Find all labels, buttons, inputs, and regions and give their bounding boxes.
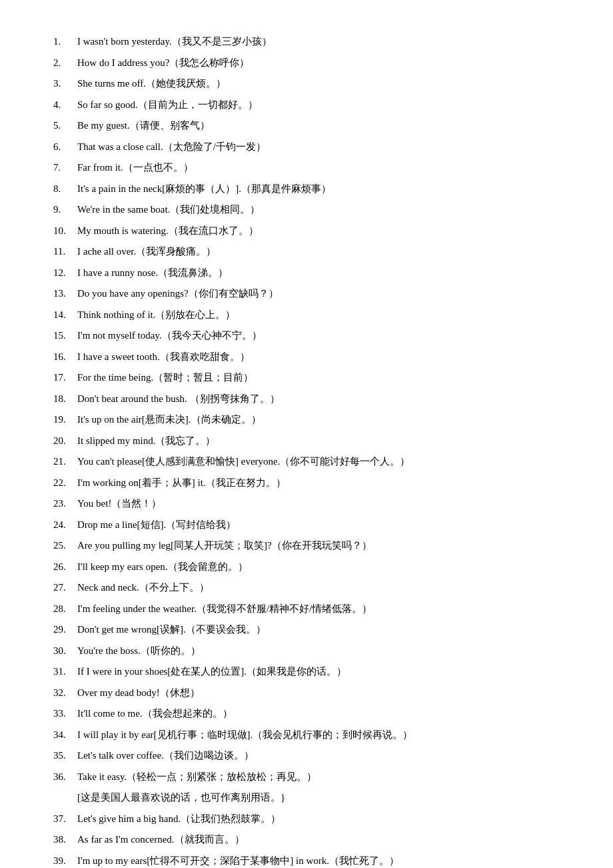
item-number: 25. bbox=[53, 537, 77, 555]
content-container: 1.I wasn't born yesterday.（我又不是三岁小孩）2.Ho… bbox=[53, 33, 573, 868]
item-text: Drop me a line[短信].（写封信给我） bbox=[77, 517, 236, 534]
item-number: 37. bbox=[53, 811, 77, 828]
item-text: I wasn't born yesterday.（我又不是三岁小孩） bbox=[77, 33, 272, 51]
item-number: 15. bbox=[53, 327, 77, 345]
item-text: I have a sweet tooth.（我喜欢吃甜食。） bbox=[77, 349, 250, 366]
item-number: 7. bbox=[53, 159, 77, 177]
list-item: 11.I ache all over.（我浑身酸痛。） bbox=[53, 243, 573, 261]
item-number: 29. bbox=[53, 621, 77, 639]
item-text: You can't please[使人感到满意和愉快] everyone.（你不… bbox=[77, 453, 410, 471]
item-text: I have a runny nose.（我流鼻涕。） bbox=[77, 265, 228, 282]
item-number: 26. bbox=[53, 559, 77, 576]
item-number: 27. bbox=[53, 579, 77, 597]
list-item: 8.It's a pain in the neck[麻烦的事（人）].（那真是件… bbox=[53, 181, 573, 198]
item-text: Be my guest.（请便、别客气） bbox=[77, 117, 210, 135]
item-text: You're the boss.（听你的。） bbox=[77, 643, 201, 660]
item-text: I will play it by ear[见机行事；临时现做].（我会见机行事… bbox=[77, 727, 412, 744]
item-number: 35. bbox=[53, 747, 77, 765]
list-item: 28.I'm feeling under the weather.（我觉得不舒服… bbox=[53, 601, 573, 618]
list-item: 34.I will play it by ear[见机行事；临时现做].（我会见… bbox=[53, 727, 573, 744]
item-number: 2. bbox=[53, 55, 77, 72]
item-number: 33. bbox=[53, 705, 77, 723]
item-number: 4. bbox=[53, 97, 77, 114]
item-text: I'll keep my ears open.（我会留意的。） bbox=[77, 559, 248, 576]
list-item: 19.It's up on the air[悬而未决].（尚未确定。） bbox=[53, 411, 573, 429]
list-item: 10.My mouth is watering.（我在流口水了。） bbox=[53, 223, 573, 240]
list-item: 12.I have a runny nose.（我流鼻涕。） bbox=[53, 265, 573, 282]
list-item: 1.I wasn't born yesterday.（我又不是三岁小孩） bbox=[53, 33, 573, 51]
item-text: Take it easy.（轻松一点；别紧张；放松放松；再见。） bbox=[77, 769, 316, 786]
item-number: 38. bbox=[53, 831, 77, 849]
item-number: 28. bbox=[53, 601, 77, 618]
item-number: 11. bbox=[53, 243, 77, 261]
list-item: 30.You're the boss.（听你的。） bbox=[53, 643, 573, 660]
item-number: 3. bbox=[53, 75, 77, 93]
item-number: 8. bbox=[53, 181, 77, 198]
list-item: 31.If I were in your shoes[处在某人的位置].（如果我… bbox=[53, 663, 573, 681]
list-item: 22.I'm working on[着手；从事] it.（我正在努力。） bbox=[53, 475, 573, 492]
item-text: If I were in your shoes[处在某人的位置].（如果我是你的… bbox=[77, 663, 346, 681]
item-text: It slipped my mind.（我忘了。） bbox=[77, 433, 216, 450]
item-text: I ache all over.（我浑身酸痛。） bbox=[77, 243, 216, 261]
item-number: 9. bbox=[53, 201, 77, 219]
item-text: Let's talk over coffee.（我们边喝边谈。） bbox=[77, 747, 254, 765]
item-text: Don't beat around the bush. （别拐弯抹角了。） bbox=[77, 391, 280, 408]
list-item: 33.It'll come to me.（我会想起来的。） bbox=[53, 705, 573, 723]
list-item: 15.I'm not myself today.（我今天心神不宁。） bbox=[53, 327, 573, 345]
item-text: Over my dead body!（休想） bbox=[77, 685, 200, 702]
list-item: 4.So far so good.（目前为止，一切都好。） bbox=[53, 97, 573, 114]
item-text: That was a close call.（太危险了/千钧一发） bbox=[77, 139, 266, 156]
item-number: 13. bbox=[53, 285, 77, 303]
item-number: 20. bbox=[53, 433, 77, 450]
item-number: 19. bbox=[53, 411, 77, 429]
list-item: 17.For the time being.（暂时；暂且；目前） bbox=[53, 369, 573, 387]
item-number: 21. bbox=[53, 453, 77, 471]
list-item: 5.Be my guest.（请便、别客气） bbox=[53, 117, 573, 135]
list-item: 37.Let's give him a big hand.（让我们热烈鼓掌。） bbox=[53, 811, 573, 828]
list-item: 25.Are you pulling my leg[同某人开玩笑；取笑]?（你在… bbox=[53, 537, 573, 555]
list-item: 39.I'm up to my ears[忙得不可开交；深陷于某事物中] in … bbox=[53, 853, 573, 869]
item-text: She turns me off.（她使我厌烦。） bbox=[77, 75, 226, 93]
item-text: How do I address you?（我怎么称呼你） bbox=[77, 55, 249, 72]
item-text: Are you pulling my leg[同某人开玩笑；取笑]?（你在开我玩… bbox=[77, 537, 372, 555]
item-text: Far from it.（一点也不。） bbox=[77, 159, 193, 177]
list-item: 7.Far from it.（一点也不。） bbox=[53, 159, 573, 177]
item-number: 1. bbox=[53, 33, 77, 51]
list-item: 21.You can't please[使人感到满意和愉快] everyone.… bbox=[53, 453, 573, 471]
note-item: [这是美国人最喜欢说的话，也可作离别用语。} bbox=[53, 789, 573, 807]
list-item: 27.Neck and neck.（不分上下。） bbox=[53, 579, 573, 597]
item-text: I'm up to my ears[忙得不可开交；深陷于某事物中] in wor… bbox=[77, 853, 399, 869]
list-item: 16.I have a sweet tooth.（我喜欢吃甜食。） bbox=[53, 349, 573, 366]
list-item: 32.Over my dead body!（休想） bbox=[53, 685, 573, 702]
item-text: It'll come to me.（我会想起来的。） bbox=[77, 705, 233, 723]
item-text: I'm feeling under the weather.（我觉得不舒服/精神… bbox=[77, 601, 372, 618]
item-number: 17. bbox=[53, 369, 77, 387]
list-item: 26.I'll keep my ears open.（我会留意的。） bbox=[53, 559, 573, 576]
list-item: 9.We're in the same boat.（我们处境相同。） bbox=[53, 201, 573, 219]
item-number: 12. bbox=[53, 265, 77, 282]
item-number: 6. bbox=[53, 139, 77, 156]
item-text: So far so good.（目前为止，一切都好。） bbox=[77, 97, 258, 114]
list-item: 38.As far as I'm concerned.（就我而言。） bbox=[53, 831, 573, 849]
item-text: Let's give him a big hand.（让我们热烈鼓掌。） bbox=[77, 811, 281, 828]
list-item: 6.That was a close call.（太危险了/千钧一发） bbox=[53, 139, 573, 156]
item-number: 22. bbox=[53, 475, 77, 492]
item-text: We're in the same boat.（我们处境相同。） bbox=[77, 201, 260, 219]
item-text: Don't get me wrong[误解].（不要误会我。） bbox=[77, 621, 266, 639]
item-text: For the time being.（暂时；暂且；目前） bbox=[77, 369, 253, 387]
item-number: 32. bbox=[53, 685, 77, 702]
item-number: 14. bbox=[53, 307, 77, 324]
item-text: My mouth is watering.（我在流口水了。） bbox=[77, 223, 259, 240]
list-item: 35.Let's talk over coffee.（我们边喝边谈。） bbox=[53, 747, 573, 765]
item-text: As far as I'm concerned.（就我而言。） bbox=[77, 831, 245, 849]
item-number: 39. bbox=[53, 853, 77, 869]
list-item: 36.Take it easy.（轻松一点；别紧张；放松放松；再见。） bbox=[53, 769, 573, 786]
list-item: 2.How do I address you?（我怎么称呼你） bbox=[53, 55, 573, 72]
item-number: 5. bbox=[53, 117, 77, 135]
list-item: 20.It slipped my mind.（我忘了。） bbox=[53, 433, 573, 450]
list-item: 23.You bet!（当然！） bbox=[53, 495, 573, 513]
item-number: 10. bbox=[53, 223, 77, 240]
list-item: 13.Do you have any openings?（你们有空缺吗？） bbox=[53, 285, 573, 303]
item-number: 31. bbox=[53, 663, 77, 681]
item-number: 30. bbox=[53, 643, 77, 660]
